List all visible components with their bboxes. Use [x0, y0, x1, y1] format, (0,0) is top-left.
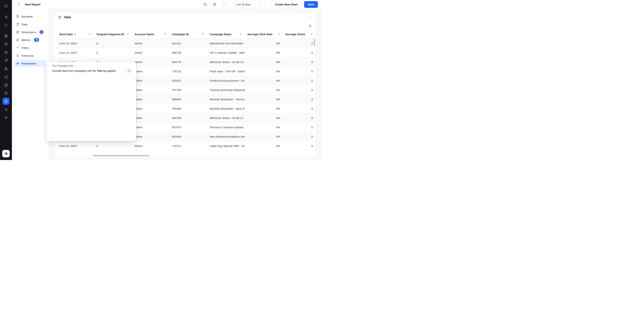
back-button[interactable] [16, 2, 22, 7]
filter-icon[interactable] [239, 33, 242, 36]
filter-icon[interactable] [310, 33, 313, 36]
date-range-value: Last 30 days [236, 3, 251, 6]
filter-icon[interactable] [164, 33, 166, 36]
sidebar-item-data[interactable]: Data [14, 21, 46, 28]
chevron-down-icon [259, 3, 262, 6]
compass-icon[interactable] [2, 40, 10, 48]
table-cell: 0% [245, 104, 283, 113]
table-cell: 0 [283, 123, 314, 132]
sidebar-toggle-icon[interactable] [2, 2, 10, 10]
filter-icon[interactable] [126, 33, 129, 36]
table-cell: 597470 [169, 123, 207, 132]
more-button[interactable]: ⋯ [221, 2, 226, 7]
app-logo[interactable] [2, 150, 10, 157]
sidebar-item-parameters[interactable]: Parameters [14, 60, 46, 67]
column-header-account-name[interactable]: Account Name [132, 30, 169, 39]
column-header-campaign-id[interactable]: Campaign ID [169, 30, 207, 39]
table-cell: Admin [132, 85, 169, 95]
table-cell: Admin [132, 141, 169, 151]
card-more-button[interactable]: ⋯ [308, 15, 312, 20]
test-data-toggle[interactable] [126, 69, 131, 72]
ai-assistant-button[interactable] [202, 1, 208, 8]
table-row: June 24, 20250Admin531321Abandoned Cart … [56, 39, 314, 48]
table-cell: 0% [245, 76, 283, 85]
table-cell: 0 [283, 39, 314, 48]
forecasts-icon [16, 54, 20, 57]
sidebar-item-filters[interactable]: Filters [14, 44, 46, 52]
horizontal-scrollbar[interactable] [92, 155, 150, 156]
dimensions-icon [16, 30, 20, 34]
sidebar-item-forecasts[interactable]: Forecasts [14, 52, 46, 59]
target-icon[interactable] [2, 49, 10, 56]
magic-icon[interactable] [2, 106, 10, 113]
table-cell: 0% [245, 95, 283, 104]
settings-icon[interactable] [2, 114, 10, 121]
table-cell: Abandoned Cart Reminder - Ad [207, 39, 245, 48]
table-cell: 0 [283, 85, 314, 95]
blocks-icon[interactable] [2, 32, 10, 40]
table-row: June 24, 20250Admin498739VIP Customer Up… [56, 48, 314, 58]
table-cell: 0% [245, 132, 283, 141]
apps-grid-icon[interactable] [2, 21, 10, 29]
count-badge: 15 [34, 38, 39, 42]
table-cell: 663770 [169, 58, 207, 67]
table-row: June 24, 20250Admin718721Labor Day Speci… [56, 141, 314, 151]
table-cell: 0 [283, 104, 314, 113]
vertical-scrollbar[interactable] [314, 39, 315, 46]
table-cell: Admin [132, 104, 169, 113]
table-cell: 0 [283, 48, 314, 58]
create-new-chart-button[interactable]: Create New Chart [272, 1, 301, 8]
sort-asc-icon [74, 33, 76, 36]
table-cell: 0% [245, 123, 283, 132]
table-cell: Flash Sale - 15% Off - Admin Ju [207, 67, 245, 76]
column-header-average-clicks[interactable]: Average Clicks [283, 30, 314, 39]
table-cell: 531321 [169, 39, 207, 48]
table-cell: 0 [283, 58, 314, 67]
column-header-send-date[interactable]: Send Date [56, 30, 94, 39]
parameters-icon [16, 62, 20, 65]
popover-title: Test Campaign Data [52, 65, 131, 67]
table-cell: Admin [132, 76, 169, 85]
table-cell: Welcome Series - Email 10 - Ad [207, 58, 245, 67]
table-cell: 0% [245, 58, 283, 67]
send-icon[interactable] [2, 57, 10, 64]
filter-icon[interactable] [88, 33, 91, 36]
sidebar-item-metrics[interactable]: Metrics15 [14, 36, 46, 44]
table-cell: 0 [283, 67, 314, 76]
table-cell: 0 [94, 39, 132, 48]
share-icon[interactable] [2, 73, 10, 81]
filter-icon[interactable] [277, 33, 280, 36]
table-cell: June 24, 2025 [56, 39, 94, 48]
ai-sparkle-icon [203, 3, 207, 6]
sidebar-items: NarrativeDataDimensions5Metrics15Filters… [14, 13, 46, 67]
column-header-campaign-name[interactable]: Campaign Name [207, 30, 245, 39]
sparkles-icon[interactable] [2, 13, 10, 21]
column-header-average-click-rate[interactable]: Average Click Rate [245, 30, 283, 39]
report-icon[interactable] [2, 98, 10, 105]
table-cell: New Advanced Analytics Annou [207, 132, 245, 141]
table-cell: Admin [132, 123, 169, 132]
table-header-row: Send DateTargeted Segment IDAccount Name… [56, 30, 314, 39]
table-cell: 0 [283, 95, 314, 104]
explore-button[interactable] [212, 2, 217, 7]
table-cell: 0% [245, 141, 283, 151]
sidebar-item-narrative[interactable]: Narrative [14, 13, 46, 20]
save-button[interactable]: Save [304, 1, 318, 8]
database-icon[interactable] [2, 81, 10, 89]
card-title: Table [64, 16, 71, 19]
app-rail [0, 0, 12, 160]
table-cell: Labor Day Special Offer - Admi [207, 141, 245, 151]
table-cell: VIP Customer Update - Admin J [207, 48, 245, 58]
table-cell: 586465 [169, 95, 207, 104]
table-cell: 630766 [169, 113, 207, 123]
filter-icon[interactable] [202, 33, 204, 36]
hierarchy-icon[interactable] [2, 65, 10, 72]
date-range-select[interactable]: Last 30 days [234, 1, 264, 8]
sidebar-item-dimensions[interactable]: Dimensions5 [14, 28, 46, 36]
table-cell: 0 [283, 141, 314, 151]
column-header-targeted-segment-id[interactable]: Targeted Segment ID [94, 30, 132, 39]
table-cell: Training Workshop Registration [207, 85, 245, 95]
table-settings-button[interactable] [307, 23, 313, 29]
table-cell: June 24, 2025 [56, 48, 94, 58]
layers-icon[interactable] [2, 90, 10, 97]
